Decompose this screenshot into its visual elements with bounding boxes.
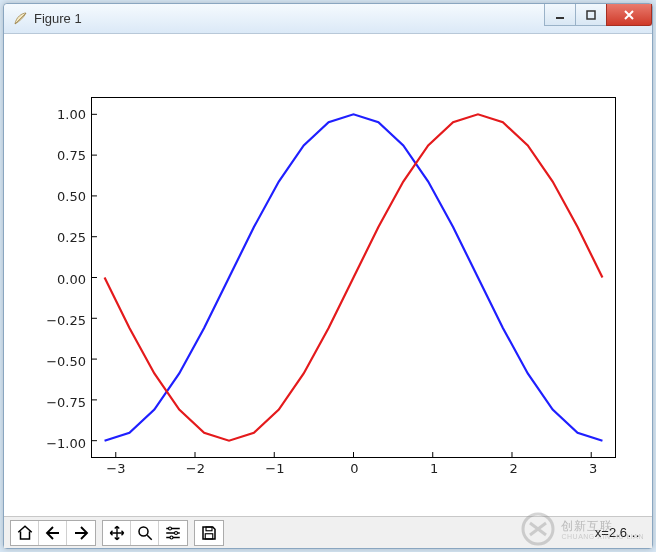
xtick-label: 0 xyxy=(350,461,358,476)
ytick-label: −1.00 xyxy=(46,435,86,450)
xtick-label: −1 xyxy=(265,461,284,476)
xtick-label: 3 xyxy=(589,461,597,476)
status-coord: x=2.6… xyxy=(595,525,646,540)
xtick-label: 2 xyxy=(509,461,517,476)
axes: −1.00−0.75−0.50−0.250.000.250.500.751.00… xyxy=(91,97,616,458)
plot-canvas[interactable]: −1.00−0.75−0.50−0.250.000.250.500.751.00… xyxy=(4,34,652,516)
xtick-label: 1 xyxy=(430,461,438,476)
ytick-label: 1.00 xyxy=(57,107,86,122)
client-area: −1.00−0.75−0.50−0.250.000.250.500.751.00… xyxy=(4,34,652,548)
svg-point-18 xyxy=(139,527,148,536)
svg-point-20 xyxy=(175,531,178,534)
back-button[interactable] xyxy=(39,521,67,545)
titlebar[interactable]: Figure 1 xyxy=(4,4,652,34)
svg-point-21 xyxy=(170,536,173,539)
ytick-label: −0.50 xyxy=(46,353,86,368)
forward-button[interactable] xyxy=(67,521,95,545)
toolbar-view-group xyxy=(102,520,188,546)
ytick-label: −0.75 xyxy=(46,394,86,409)
xtick-label: −3 xyxy=(106,461,125,476)
svg-rect-22 xyxy=(206,527,212,531)
ytick-label: 0.75 xyxy=(57,148,86,163)
configure-button[interactable] xyxy=(159,521,187,545)
nav-toolbar: x=2.6… xyxy=(4,516,652,548)
home-button[interactable] xyxy=(11,521,39,545)
zoom-button[interactable] xyxy=(131,521,159,545)
minimize-button[interactable] xyxy=(544,4,576,26)
toolbar-nav-group xyxy=(10,520,96,546)
tk-feather-icon xyxy=(12,11,28,27)
maximize-button[interactable] xyxy=(575,4,607,26)
xtick-label: −2 xyxy=(186,461,205,476)
ytick-label: 0.00 xyxy=(57,271,86,286)
window-controls xyxy=(545,4,652,26)
close-button[interactable] xyxy=(606,4,652,26)
window-title: Figure 1 xyxy=(34,11,82,26)
svg-rect-23 xyxy=(205,533,213,538)
ytick-label: −0.25 xyxy=(46,312,86,327)
toolbar-save-group xyxy=(194,520,224,546)
pan-button[interactable] xyxy=(103,521,131,545)
save-button[interactable] xyxy=(195,521,223,545)
ytick-label: 0.50 xyxy=(57,189,86,204)
figure-window: Figure 1 −1.00−0.75−0.50−0.250.000.250.5… xyxy=(3,3,653,549)
svg-rect-1 xyxy=(587,11,595,19)
ytick-label: 0.25 xyxy=(57,230,86,245)
line-plot xyxy=(92,98,615,457)
svg-point-19 xyxy=(169,527,172,530)
svg-rect-0 xyxy=(556,17,564,19)
series-sin(x) xyxy=(105,114,603,440)
